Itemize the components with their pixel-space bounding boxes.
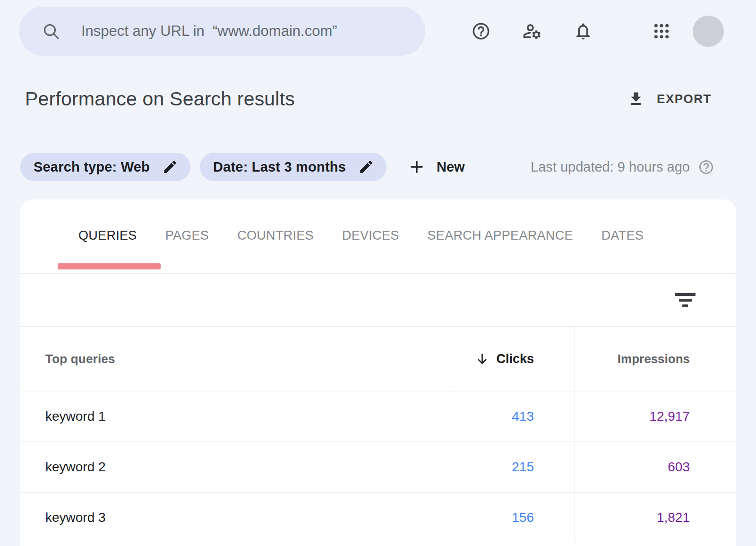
impressions-value: 603	[668, 459, 690, 475]
table-row[interactable]: keyword 2 215 603	[20, 442, 736, 493]
title-row: Performance on Search results EXPORT	[0, 85, 756, 113]
edit-pencil-icon	[358, 159, 374, 175]
table-header-row: Top queries Clicks Impressions	[20, 327, 736, 391]
column-header-clicks[interactable]: Clicks	[449, 327, 574, 391]
last-updated: Last updated: 9 hours ago	[531, 159, 714, 175]
query-cell[interactable]: keyword 2	[20, 442, 449, 492]
date-range-chip-label: Date: Last 3 months	[213, 159, 346, 175]
export-button[interactable]: EXPORT	[627, 90, 712, 107]
query-cell[interactable]: keyword 3	[20, 493, 449, 543]
clicks-value[interactable]: 413	[512, 409, 534, 424]
help-outline-icon[interactable]	[698, 159, 714, 175]
user-avatar[interactable]	[693, 16, 724, 47]
clicks-value[interactable]: 156	[512, 510, 534, 525]
search-icon	[42, 22, 60, 41]
filter-row: Search type: Web Date: Last 3 months New…	[0, 153, 756, 181]
tab-countries[interactable]: COUNTRIES	[237, 228, 314, 245]
impressions-value: 12,917	[649, 409, 690, 424]
url-inspect-search-bar[interactable]: Inspect any URL in “www.domain.com”	[19, 7, 425, 56]
new-filter-button[interactable]: New	[408, 158, 465, 175]
download-icon	[627, 90, 644, 107]
clicks-header-label: Clicks	[496, 352, 534, 366]
user-settings-icon[interactable]	[522, 21, 542, 42]
plus-icon	[408, 158, 425, 175]
search-type-chip-label: Search type: Web	[34, 159, 150, 175]
dimension-tabs: QUERIES PAGES COUNTRIES DEVICES SEARCH A…	[20, 199, 736, 274]
tab-dates[interactable]: DATES	[601, 228, 644, 245]
notifications-bell-icon[interactable]	[573, 21, 593, 42]
page-title: Performance on Search results	[25, 88, 295, 110]
queries-table: Top queries Clicks Impressions keyword 1…	[20, 327, 736, 543]
table-row[interactable]: keyword 1 413 12,917	[20, 391, 736, 442]
active-tab-underline	[58, 263, 161, 269]
topbar-icons	[471, 16, 724, 47]
query-cell[interactable]: keyword 1	[20, 391, 449, 442]
google-apps-grid-icon[interactable]	[651, 21, 672, 42]
export-label: EXPORT	[657, 92, 712, 106]
tab-pages[interactable]: PAGES	[165, 228, 209, 245]
title-divider	[20, 131, 736, 131]
column-header-impressions[interactable]: Impressions	[574, 327, 736, 391]
column-header-top-queries[interactable]: Top queries	[20, 327, 449, 391]
performance-card: QUERIES PAGES COUNTRIES DEVICES SEARCH A…	[20, 199, 736, 546]
search-input-placeholder: Inspect any URL in “www.domain.com”	[81, 23, 337, 40]
date-range-chip[interactable]: Date: Last 3 months	[200, 153, 387, 181]
search-type-chip[interactable]: Search type: Web	[20, 153, 190, 181]
tab-devices[interactable]: DEVICES	[342, 228, 399, 245]
help-icon[interactable]	[471, 21, 491, 42]
edit-pencil-icon	[162, 159, 178, 175]
sort-descending-arrow-icon	[475, 352, 490, 366]
impressions-value: 1,821	[657, 510, 690, 525]
topbar: Inspect any URL in “www.domain.com”	[0, 0, 756, 56]
clicks-value[interactable]: 215	[512, 459, 534, 475]
new-filter-label: New	[437, 159, 465, 175]
table-toolbar	[20, 274, 736, 327]
tab-search-appearance[interactable]: SEARCH APPEARANCE	[428, 228, 573, 245]
table-row[interactable]: keyword 3 156 1,821	[20, 493, 736, 543]
filter-rows-icon[interactable]	[675, 293, 696, 307]
tab-queries[interactable]: QUERIES	[78, 228, 137, 245]
last-updated-text: Last updated: 9 hours ago	[531, 159, 690, 175]
